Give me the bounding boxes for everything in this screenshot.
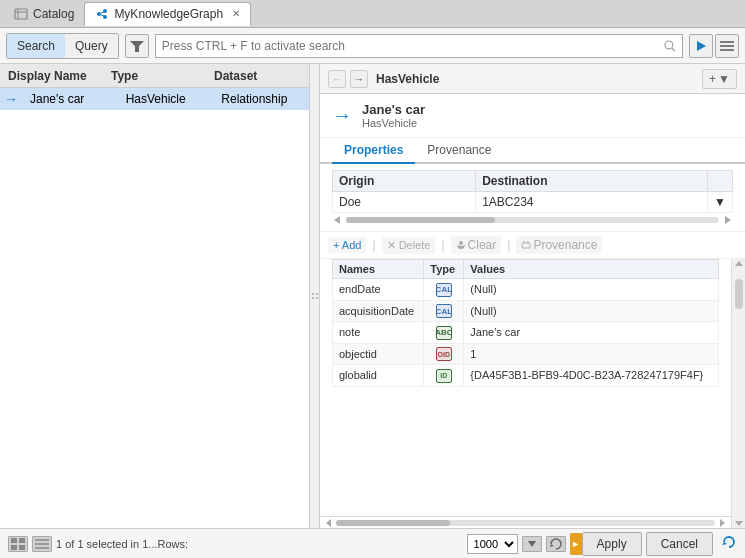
nav-forward-btn[interactable]: → — [350, 70, 368, 88]
filter-icon — [130, 40, 144, 52]
tab-mykg[interactable]: MyKnowledgeGraph ✕ — [84, 2, 251, 26]
move-down-btn[interactable] — [522, 536, 542, 552]
search-input[interactable] — [162, 39, 665, 53]
clear-attr-btn[interactable]: Clear — [451, 236, 502, 254]
right-panel-header: ← → HasVehicle + ▼ — [320, 64, 745, 94]
down-arrow-icon — [526, 538, 538, 550]
attr-col-type: Type — [424, 260, 464, 279]
prop-origin-val: Doe — [333, 192, 476, 213]
hscroll2-left-icon[interactable] — [324, 518, 334, 528]
rows-select[interactable]: 1000 500 2000 5000 — [467, 534, 518, 554]
entity-arrow-icon: → — [332, 104, 352, 127]
nav-back-btn[interactable]: ← — [328, 70, 346, 88]
tab-properties[interactable]: Properties — [332, 138, 415, 164]
list-icon — [35, 538, 49, 550]
run-button[interactable] — [689, 34, 713, 58]
entity-details: Jane's car HasVehicle — [362, 102, 425, 129]
attr-value-2: Jane's car — [464, 322, 719, 344]
type-badge-1: CAL — [436, 304, 452, 318]
tab-close-btn[interactable]: ✕ — [232, 8, 240, 19]
attr-name-2: note — [333, 322, 424, 344]
apply-button[interactable]: Apply — [582, 532, 642, 556]
refresh-btn[interactable] — [546, 536, 566, 552]
hscroll-right-icon[interactable] — [721, 215, 733, 225]
attr-type-0: CAL — [424, 279, 464, 301]
resize-handle[interactable] — [310, 64, 320, 528]
search-button[interactable]: Search — [7, 34, 65, 58]
plus-icon: + — [709, 72, 716, 86]
query-button[interactable]: Query — [65, 34, 118, 58]
bottom-view-icon1[interactable] — [8, 536, 28, 552]
add-attr-btn[interactable]: + Add — [328, 237, 366, 253]
svg-marker-37 — [550, 544, 554, 547]
attr-row[interactable]: acquisitionDate CAL (Null) — [333, 300, 719, 322]
right-panel-inner: Names Type Values endDate CAL (Null) acq… — [320, 259, 745, 528]
hscroll2-right-icon[interactable] — [717, 518, 727, 528]
attr-row[interactable]: globalid ID {DA45F3B1-BFB9-4D0C-B23A-728… — [333, 365, 719, 387]
attr-row[interactable]: endDate CAL (Null) — [333, 279, 719, 301]
prop-dropdown-cell[interactable]: ▼ — [708, 192, 733, 213]
rows-dropdown[interactable]: 1000 500 2000 5000 — [467, 534, 518, 554]
delete-attr-btn[interactable]: ✕ Delete — [382, 237, 436, 254]
vscroll-up-icon[interactable] — [734, 259, 744, 269]
filter-icon-btn[interactable] — [125, 34, 149, 58]
type-badge-3: OID — [436, 347, 452, 361]
hscroll-left-icon[interactable] — [332, 215, 344, 225]
cancel-button[interactable]: Cancel — [646, 532, 713, 556]
run-icon — [695, 40, 707, 52]
row-dataset: Relationship — [213, 92, 309, 106]
search-input-wrap[interactable] — [155, 34, 683, 58]
svg-marker-20 — [725, 216, 731, 224]
properties-section: Origin Destination Doe 1ABC234 ▼ — [320, 164, 745, 232]
svg-marker-19 — [334, 216, 340, 224]
attr-name-4: globalid — [333, 365, 424, 387]
entity-type: HasVehicle — [362, 117, 425, 129]
grid-icon — [11, 538, 25, 550]
menu-button[interactable] — [715, 34, 739, 58]
right-main: Names Type Values endDate CAL (Null) acq… — [320, 259, 731, 528]
svg-point-16 — [316, 293, 318, 295]
attr-row[interactable]: note ABC Jane's car — [333, 322, 719, 344]
attr-value-0: (Null) — [464, 279, 719, 301]
action-bar: + Add | ✕ Delete | Clear | Provenance — [320, 232, 745, 259]
provenance-btn[interactable]: Provenance — [516, 236, 602, 254]
vscroll-down-icon[interactable] — [734, 518, 744, 528]
entity-name: Jane's car — [362, 102, 425, 117]
col-header-dataset: Dataset — [206, 69, 309, 83]
svg-point-15 — [312, 293, 314, 295]
svg-line-7 — [101, 15, 104, 16]
v-scrollbar[interactable] — [731, 259, 745, 528]
attr-type-4: ID — [424, 365, 464, 387]
add-entity-btn[interactable]: + ▼ — [702, 69, 737, 89]
refresh-icon — [549, 537, 563, 551]
tab-catalog-label: Catalog — [33, 7, 74, 21]
list-header: Display Name Type Dataset — [0, 64, 309, 88]
left-panel: Display Name Type Dataset → Jane's car H… — [0, 64, 310, 528]
bottom-view-icon2[interactable] — [32, 536, 52, 552]
attr-value-3: 1 — [464, 343, 719, 365]
attr-value-1: (Null) — [464, 300, 719, 322]
list-row[interactable]: → Jane's car HasVehicle Relationship — [0, 88, 309, 110]
collapse-icon: ► — [571, 539, 580, 549]
right-panel: ← → HasVehicle + ▼ → Jane's car HasVehic… — [320, 64, 745, 528]
svg-rect-32 — [19, 545, 25, 550]
add-btn-chevron: ▼ — [718, 72, 730, 86]
bottom-bar: 1 of 1 selected in 1...Rows: 1000 500 20… — [0, 528, 745, 558]
svg-marker-8 — [130, 41, 144, 52]
tab-mykg-label: MyKnowledgeGraph — [114, 7, 223, 21]
attr-row[interactable]: objectid OID 1 — [333, 343, 719, 365]
attr-table-wrap[interactable]: Names Type Values endDate CAL (Null) acq… — [320, 259, 731, 516]
bottom-refresh-right[interactable] — [721, 534, 737, 553]
svg-marker-38 — [722, 542, 727, 545]
tab-provenance[interactable]: Provenance — [415, 138, 503, 164]
svg-marker-27 — [735, 261, 743, 266]
provenance-icon — [521, 240, 531, 250]
prop-row[interactable]: Doe 1ABC234 ▼ — [333, 192, 733, 213]
row-display-name: Jane's car — [22, 92, 118, 106]
toolbar: Search Query — [0, 28, 745, 64]
svg-marker-28 — [735, 521, 743, 526]
collapse-sidebar-btn[interactable]: ► — [570, 533, 582, 555]
detail-tab-row: Properties Provenance — [320, 138, 745, 164]
attr-name-0: endDate — [333, 279, 424, 301]
tab-catalog[interactable]: Catalog — [4, 2, 84, 26]
